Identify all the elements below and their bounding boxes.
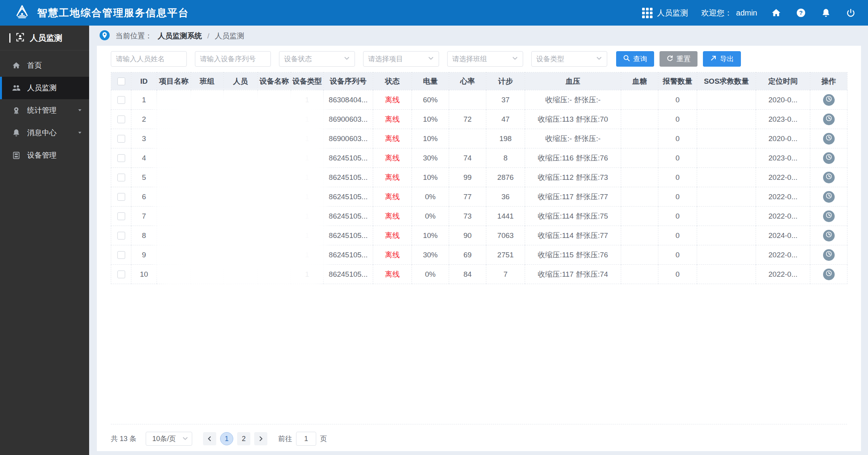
history-clock-button[interactable] xyxy=(823,210,835,222)
cell-alarms: 0 xyxy=(658,187,697,207)
power-icon[interactable] xyxy=(845,7,856,19)
prev-page-button[interactable] xyxy=(203,432,216,445)
cell-sos xyxy=(697,226,756,245)
cell-blood_sugar xyxy=(621,148,658,168)
cell-status: 离线 xyxy=(373,207,412,226)
cell-blood_sugar xyxy=(621,265,658,284)
cell-status: 离线 xyxy=(373,168,412,187)
row-checkbox[interactable] xyxy=(117,96,125,104)
person-name-input[interactable] xyxy=(111,51,187,67)
cell-battery: 10% xyxy=(412,110,449,129)
history-clock-button[interactable] xyxy=(823,249,835,261)
cell-battery: 10% xyxy=(412,226,449,245)
cell-sos xyxy=(697,245,756,265)
row-checkbox[interactable] xyxy=(117,154,125,162)
device-serial-input-field[interactable] xyxy=(200,55,266,63)
table-row: 10186245105...离线0%847收缩压:117 舒张压:7402022… xyxy=(111,265,847,284)
page-number-1[interactable]: 1 xyxy=(220,432,233,445)
query-button[interactable]: 查询 xyxy=(616,51,654,67)
team-select[interactable]: 请选择班组 xyxy=(447,51,523,67)
next-page-button[interactable] xyxy=(254,432,267,445)
device-type-select[interactable]: 设备类型 xyxy=(531,51,607,67)
breadcrumb-root[interactable]: 人员监测系统 xyxy=(158,31,202,41)
cell-person xyxy=(224,265,258,284)
cell-person xyxy=(224,168,258,187)
column-header-device_name: 设备名称 xyxy=(258,72,291,90)
row-checkbox[interactable] xyxy=(117,212,125,220)
history-clock-button[interactable] xyxy=(823,133,835,145)
page-size-select[interactable]: 10条/页 xyxy=(146,432,192,446)
row-checkbox[interactable] xyxy=(117,135,125,143)
cell-person xyxy=(224,90,258,110)
project-select[interactable]: 请选择项目 xyxy=(363,51,439,67)
history-clock-button[interactable] xyxy=(823,191,835,203)
cell-device_name xyxy=(258,226,291,245)
cell-alarms: 0 xyxy=(658,168,697,187)
cell-device_type: 1 xyxy=(291,245,324,265)
sidebar-item-1[interactable]: 首页 xyxy=(0,54,89,77)
column-header-team: 班组 xyxy=(191,72,224,90)
clock-icon xyxy=(825,95,832,104)
cell-sos xyxy=(697,148,756,168)
cell-device_name xyxy=(258,129,291,148)
reset-button[interactable]: 重置 xyxy=(660,51,698,67)
cell-person xyxy=(224,129,258,148)
home-icon[interactable] xyxy=(770,7,782,19)
cell-heart_rate: 69 xyxy=(449,245,486,265)
help-icon[interactable]: ? xyxy=(795,7,807,19)
device-status-select[interactable]: 设备状态 xyxy=(279,51,355,67)
module-switcher[interactable]: 人员监测 xyxy=(642,8,688,18)
history-clock-button[interactable] xyxy=(823,152,835,164)
cell-alarms: 0 xyxy=(658,148,697,168)
cell-status: 离线 xyxy=(373,226,412,245)
history-clock-button[interactable] xyxy=(823,172,835,183)
row-checkbox[interactable] xyxy=(117,271,125,278)
clock-icon xyxy=(825,250,832,259)
cell-serial: 86245105... xyxy=(324,168,373,187)
cell-action xyxy=(810,265,847,284)
table-row: 1186308404...离线60%37收缩压:- 舒张压:-02020-0..… xyxy=(111,90,847,110)
cell-sos xyxy=(697,207,756,226)
cell-id: 9 xyxy=(131,245,157,265)
goto-page-input[interactable]: 1 xyxy=(296,432,316,446)
person-name-input-field[interactable] xyxy=(116,55,182,63)
cell-battery: 30% xyxy=(412,148,449,168)
row-checkbox[interactable] xyxy=(117,115,125,123)
cell-action xyxy=(810,226,847,245)
pagination: 共 13 条 10条/页 12 前往 1 页 xyxy=(111,432,327,446)
table-card: 设备状态请选择项目请选择班组设备类型查询重置导出 ID项目名称班组人员设备名称设… xyxy=(97,46,861,451)
row-checkbox[interactable] xyxy=(117,174,125,181)
notifications-bell-icon[interactable] xyxy=(820,7,832,19)
select-all-checkbox[interactable] xyxy=(117,78,125,85)
column-header-blood_pressure: 血压 xyxy=(525,72,621,90)
history-clock-button[interactable] xyxy=(823,230,835,241)
cell-id: 5 xyxy=(131,168,157,187)
history-clock-button[interactable] xyxy=(823,269,835,280)
row-checkbox[interactable] xyxy=(117,251,125,259)
row-checkbox[interactable] xyxy=(117,232,125,240)
device-serial-input[interactable] xyxy=(195,51,271,67)
page-number-2[interactable]: 2 xyxy=(237,432,250,445)
sidebar-item-3[interactable]: 统计管理 xyxy=(0,99,89,122)
cell-person xyxy=(224,245,258,265)
history-clock-button[interactable] xyxy=(823,94,835,106)
history-clock-button[interactable] xyxy=(823,114,835,125)
table-row: 3186900603...离线10%198收缩压:- 舒张压:-02020-0.… xyxy=(111,129,847,148)
clock-icon xyxy=(825,270,832,279)
sidebar-item-5[interactable]: 设备管理 xyxy=(0,144,89,167)
cell-battery: 0% xyxy=(412,265,449,284)
table-row: 6186245105...离线0%7736收缩压:117 舒张压:7702022… xyxy=(111,187,847,207)
sidebar-item-2[interactable]: 人员监测 xyxy=(0,77,89,99)
cell-blood_pressure: 收缩压:- 舒张压:- xyxy=(525,90,621,110)
cell-located_at: 2022-0... xyxy=(756,265,810,284)
cell-steps: 2876 xyxy=(486,168,525,187)
data-table-wrap: ID项目名称班组人员设备名称设备类型设备序列号状态电量心率计步血压血糖报警数量S… xyxy=(111,72,847,284)
cell-heart_rate: 73 xyxy=(449,207,486,226)
sidebar-item-4[interactable]: 消息中心 xyxy=(0,122,89,144)
cell-located_at: 2022-0... xyxy=(756,168,810,187)
cell-heart_rate: 72 xyxy=(449,110,486,129)
location-pin-icon xyxy=(99,30,110,42)
users-icon xyxy=(12,83,21,93)
row-checkbox[interactable] xyxy=(117,193,125,201)
export-button[interactable]: 导出 xyxy=(703,51,741,67)
